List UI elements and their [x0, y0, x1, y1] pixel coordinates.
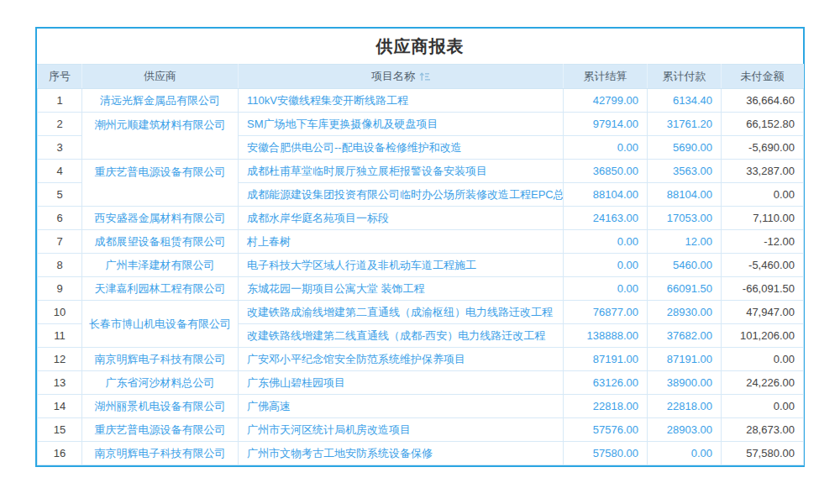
row-number: 15: [38, 418, 82, 442]
project-cell[interactable]: 广东佛山碧桂园项目: [239, 371, 564, 395]
project-cell[interactable]: 成都水岸华庭名苑项目一标段: [239, 207, 564, 230]
settled-cell[interactable]: 36850.00: [564, 160, 648, 183]
paid-cell[interactable]: 28903.00: [648, 418, 722, 442]
unpaid-cell: 57,580.00: [722, 442, 804, 465]
paid-cell[interactable]: 28930.00: [648, 301, 722, 324]
paid-cell[interactable]: 88104.00: [648, 183, 722, 207]
supplier-cell[interactable]: 湖州丽景机电设备有限公司: [82, 395, 239, 418]
paid-cell[interactable]: 0.00: [648, 442, 722, 465]
settled-cell[interactable]: 0.00: [564, 254, 648, 277]
settled-cell[interactable]: 0.00: [564, 277, 648, 301]
col-header-supplier: 供应商: [82, 65, 239, 89]
project-cell[interactable]: SM广场地下车库更换摄像机及硬盘项目: [239, 113, 564, 136]
row-number: 5: [38, 183, 82, 207]
paid-cell[interactable]: 87191.00: [648, 348, 722, 371]
row-number: 10: [38, 301, 82, 324]
supplier-report: 供应商报表 序号 供应商 项目名称: [35, 27, 805, 467]
supplier-cell[interactable]: 重庆艺普电源设备有限公司: [82, 418, 239, 442]
supplier-cell[interactable]: 重庆艺普电源设备有限公司: [82, 160, 239, 207]
supplier-cell[interactable]: 天津嘉利园林工程有限公司: [82, 277, 239, 301]
row-number: 11: [38, 324, 82, 348]
unpaid-cell: 0.00: [722, 183, 804, 207]
row-number: 16: [38, 442, 82, 465]
project-cell[interactable]: 成都杜甫草堂临时展厅独立展柜报警设备安装项目: [239, 160, 564, 183]
row-number: 12: [38, 348, 82, 371]
settled-cell[interactable]: 88104.00: [564, 183, 648, 207]
unpaid-cell: 33,287.00: [722, 160, 804, 183]
paid-cell[interactable]: 38900.00: [648, 371, 722, 395]
settled-cell[interactable]: 57580.00: [564, 442, 648, 465]
project-cell[interactable]: 成都能源建设集团投资有限公司临时办公场所装修改造工程EPC总承包: [239, 183, 564, 207]
settled-cell[interactable]: 76877.00: [564, 301, 648, 324]
supplier-cell[interactable]: 潮州元顺建筑材料有限公司: [82, 113, 239, 160]
paid-cell[interactable]: 17053.00: [648, 207, 722, 230]
paid-cell[interactable]: 5690.00: [648, 136, 722, 160]
paid-cell[interactable]: 6134.40: [648, 89, 722, 113]
supplier-cell[interactable]: 长春市博山机电设备有限公司: [82, 301, 239, 348]
table-row: 4 重庆艺普电源设备有限公司 成都杜甫草堂临时展厅独立展柜报警设备安装项目 36…: [38, 160, 804, 183]
paid-cell[interactable]: 37682.00: [648, 324, 722, 348]
page-title: 供应商报表: [37, 29, 803, 64]
col-header-paid: 累计付款: [648, 65, 722, 89]
project-cell[interactable]: 广州市文物考古工地安防系统设备保修: [239, 442, 564, 465]
project-cell[interactable]: 改建铁路成渝线增建第二直通线（成渝枢纽）电力线路迁改工程: [239, 301, 564, 324]
project-cell[interactable]: 东城花园一期项目公寓大堂 装饰工程: [239, 277, 564, 301]
paid-cell[interactable]: 22818.00: [648, 395, 722, 418]
table-row: 6 西安盛器金属材料有限公司 成都水岸华庭名苑项目一标段 24163.00 17…: [38, 207, 804, 230]
supplier-cell[interactable]: 西安盛器金属材料有限公司: [82, 207, 239, 230]
col-header-no: 序号: [38, 65, 82, 89]
unpaid-cell: 36,664.60: [722, 89, 804, 113]
settled-cell[interactable]: 63126.00: [564, 371, 648, 395]
sort-ascending-icon[interactable]: [419, 72, 430, 81]
supplier-cell[interactable]: 南京明辉电子科技有限公司: [82, 348, 239, 371]
settled-cell[interactable]: 97914.00: [564, 113, 648, 136]
unpaid-cell: 24,226.00: [722, 371, 804, 395]
row-number: 3: [38, 136, 82, 160]
project-cell[interactable]: 广佛高速: [239, 395, 564, 418]
row-number: 8: [38, 254, 82, 277]
settled-cell[interactable]: 57576.00: [564, 418, 648, 442]
supplier-cell[interactable]: 成都展望设备租赁有限公司: [82, 230, 239, 254]
project-cell[interactable]: 村上春树: [239, 230, 564, 254]
row-number: 13: [38, 371, 82, 395]
row-number: 9: [38, 277, 82, 301]
unpaid-cell: 47,947.00: [722, 301, 804, 324]
unpaid-cell: -66,091.50: [722, 277, 804, 301]
unpaid-cell: 28,673.00: [722, 418, 804, 442]
unpaid-cell: 66,152.80: [722, 113, 804, 136]
supplier-cell[interactable]: 广东省河沙材料总公司: [82, 371, 239, 395]
paid-cell[interactable]: 31761.20: [648, 113, 722, 136]
table-row: 16 南京明辉电子科技有限公司 广州市文物考古工地安防系统设备保修 57580.…: [38, 442, 804, 465]
project-cell[interactable]: 110kV安徽线程集变开断线路工程: [239, 89, 564, 113]
unpaid-cell: 7,110.00: [722, 207, 804, 230]
table-row: 13 广东省河沙材料总公司 广东佛山碧桂园项目 63126.00 38900.0…: [38, 371, 804, 395]
settled-cell[interactable]: 22818.00: [564, 395, 648, 418]
unpaid-cell: 0.00: [722, 395, 804, 418]
project-cell[interactable]: 广州市天河区统计局机房改造项目: [239, 418, 564, 442]
settled-cell[interactable]: 87191.00: [564, 348, 648, 371]
row-number: 7: [38, 230, 82, 254]
paid-cell[interactable]: 66091.50: [648, 277, 722, 301]
col-header-settled: 累计结算: [564, 65, 648, 89]
project-cell[interactable]: 广安邓小平纪念馆安全防范系统维护保养项目: [239, 348, 564, 371]
project-cell[interactable]: 改建铁路线增建第二线直通线（成都-西安）电力线路迁改工程: [239, 324, 564, 348]
settled-cell[interactable]: 42799.00: [564, 89, 648, 113]
settled-cell[interactable]: 0.00: [564, 136, 648, 160]
settled-cell[interactable]: 138888.00: [564, 324, 648, 348]
supplier-cell[interactable]: 广州丰泽建材有限公司: [82, 254, 239, 277]
settled-cell[interactable]: 24163.00: [564, 207, 648, 230]
supplier-cell[interactable]: 南京明辉电子科技有限公司: [82, 442, 239, 465]
col-header-project[interactable]: 项目名称: [239, 65, 564, 89]
paid-cell[interactable]: 12.00: [648, 230, 722, 254]
unpaid-cell: -5,690.00: [722, 136, 804, 160]
row-number: 2: [38, 113, 82, 136]
project-cell[interactable]: 电子科技大学区域人行道及非机动车道工程施工: [239, 254, 564, 277]
table-row: 8 广州丰泽建材有限公司 电子科技大学区域人行道及非机动车道工程施工 0.00 …: [38, 254, 804, 277]
header-row: 序号 供应商 项目名称: [38, 65, 804, 89]
paid-cell[interactable]: 3563.00: [648, 160, 722, 183]
settled-cell[interactable]: 0.00: [564, 230, 648, 254]
supplier-cell[interactable]: 清远光辉金属品有限公司: [82, 89, 239, 113]
project-cell[interactable]: 安徽合肥供电公司--配电设备检修维护和改造: [239, 136, 564, 160]
unpaid-cell: 0.00: [722, 348, 804, 371]
paid-cell[interactable]: 5460.00: [648, 254, 722, 277]
